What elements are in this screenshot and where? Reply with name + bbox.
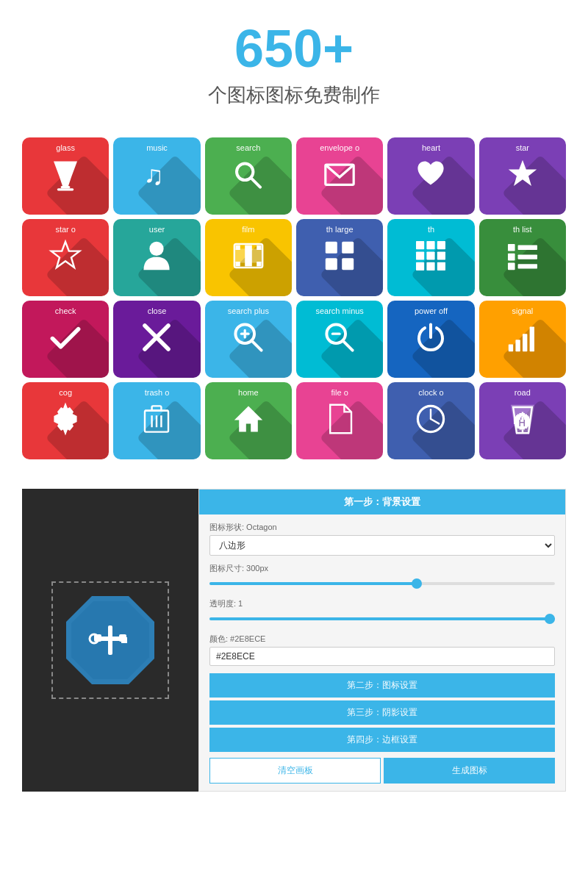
svg-rect-27	[416, 262, 424, 270]
icon-label: power off	[415, 306, 448, 315]
icon-cell-film[interactable]: film	[205, 219, 292, 296]
icon-cell-star-o[interactable]: star o	[22, 219, 109, 296]
step3-btn[interactable]: 第三步：阴影设置	[209, 700, 555, 725]
icon-cell-signal[interactable]: signal	[479, 301, 566, 378]
settings-panel: 第一步：背景设置 图标形状: Octagon 八边形 图标尺寸: 300px	[198, 489, 566, 792]
svg-rect-18	[342, 242, 354, 254]
size-slider[interactable]	[209, 576, 555, 591]
svg-rect-17	[326, 242, 337, 254]
icon-label: trash o	[145, 388, 170, 397]
icon-label: search minus	[315, 306, 363, 315]
clear-btn[interactable]: 清空画板	[209, 758, 381, 784]
icon-symbol	[505, 157, 540, 192]
icon-label: heart	[422, 143, 440, 152]
svg-rect-1	[61, 186, 71, 188]
icon-label: search	[236, 143, 260, 152]
color-input[interactable]	[209, 647, 555, 666]
icon-symbol	[322, 401, 357, 437]
icon-cell-power-off[interactable]: power off	[387, 301, 474, 378]
icon-cell-clock-o[interactable]: clock o	[387, 382, 474, 459]
icon-cell-music[interactable]: music♫	[113, 137, 200, 215]
color-label: 颜色: #2E8ECE	[209, 634, 555, 645]
icon-cell-check[interactable]: check	[22, 301, 109, 378]
icon-symbol	[231, 157, 266, 192]
icon-cell-star[interactable]: star	[479, 137, 566, 215]
page-header: 650+ 个图标图标免费制作	[0, 0, 588, 137]
svg-rect-22	[427, 241, 435, 249]
size-thumb[interactable]	[412, 578, 422, 589]
icon-symbol	[413, 157, 448, 192]
step1-header: 第一步：背景设置	[199, 490, 565, 514]
icon-cell-search-minus[interactable]: search minus	[296, 301, 383, 378]
icon-cell-trash-o[interactable]: trash o	[113, 382, 200, 459]
icon-cell-home[interactable]: home	[205, 382, 292, 459]
icon-symbol	[231, 238, 266, 273]
icon-cell-search-plus[interactable]: search plus	[205, 301, 292, 378]
tool-section: 第一步：背景设置 图标形状: Octagon 八边形 图标尺寸: 300px	[0, 489, 588, 792]
svg-rect-2	[57, 188, 74, 190]
svg-rect-25	[427, 251, 435, 259]
icon-cell-close[interactable]: close	[113, 301, 200, 378]
svg-rect-13	[257, 245, 261, 250]
icon-cell-road[interactable]: road🅐	[479, 382, 566, 459]
step4-btn[interactable]: 第四步：边框设置	[209, 728, 555, 752]
svg-rect-31	[517, 245, 537, 250]
icon-label: th list	[513, 225, 532, 234]
icon-cell-envelope-o[interactable]: envelope o	[296, 137, 383, 215]
icon-symbol	[48, 238, 83, 273]
icon-symbol	[139, 320, 174, 355]
size-track	[209, 582, 555, 585]
icon-label: close	[148, 306, 167, 315]
step2-btn[interactable]: 第二步：图标设置	[209, 673, 555, 698]
generate-btn[interactable]: 生成图标	[384, 758, 555, 784]
icon-symbol	[231, 401, 266, 437]
svg-rect-12	[235, 245, 240, 250]
svg-rect-14	[235, 262, 240, 266]
transparency-track	[209, 617, 555, 620]
preview-dashed-border	[51, 581, 169, 699]
icon-symbol	[505, 238, 540, 273]
svg-rect-48	[523, 334, 527, 351]
size-label: 图标尺寸: 300px	[209, 563, 555, 574]
svg-marker-7	[509, 160, 537, 186]
icon-symbol	[413, 238, 448, 273]
icon-symbol: ♫	[139, 157, 174, 192]
svg-marker-8	[51, 242, 79, 268]
svg-marker-58	[234, 406, 262, 431]
icon-cell-heart[interactable]: heart	[387, 137, 474, 215]
transparency-slider[interactable]	[209, 612, 555, 626]
usb-octagon-icon	[62, 592, 158, 688]
action-buttons: 清空画板 生成图标	[209, 758, 555, 784]
icon-cell-th-large[interactable]: th large	[296, 219, 383, 296]
svg-rect-32	[508, 254, 515, 261]
icon-cell-th[interactable]: th	[387, 219, 474, 296]
size-fill	[209, 582, 417, 585]
icon-count: 650+	[0, 22, 588, 75]
svg-rect-49	[529, 327, 534, 352]
icon-cell-glass[interactable]: glass	[22, 137, 109, 215]
icon-label: envelope o	[320, 143, 359, 152]
icon-label: signal	[512, 306, 533, 315]
icon-symbol	[48, 157, 83, 192]
icon-symbol	[413, 401, 448, 437]
icon-symbol	[139, 401, 174, 437]
svg-rect-35	[517, 264, 537, 268]
svg-rect-24	[416, 251, 424, 259]
icon-cell-user[interactable]: user	[113, 219, 200, 296]
svg-line-43	[343, 341, 353, 351]
icon-cell-search[interactable]: search	[205, 137, 292, 215]
icon-label: check	[55, 306, 76, 315]
shape-select[interactable]: 八边形	[209, 535, 555, 556]
icon-symbol	[413, 320, 448, 355]
icon-cell-cog[interactable]: cog	[22, 382, 109, 459]
transparency-thumb[interactable]	[545, 614, 555, 624]
svg-rect-16	[245, 245, 252, 267]
icon-symbol	[48, 320, 83, 355]
svg-marker-0	[54, 161, 77, 186]
svg-rect-33	[517, 254, 537, 259]
icon-cell-th-list[interactable]: th list	[479, 219, 566, 296]
icon-label: user	[149, 225, 165, 234]
svg-rect-21	[416, 241, 424, 249]
icon-cell-file-o[interactable]: file o	[296, 382, 383, 459]
icon-symbol	[322, 320, 357, 355]
